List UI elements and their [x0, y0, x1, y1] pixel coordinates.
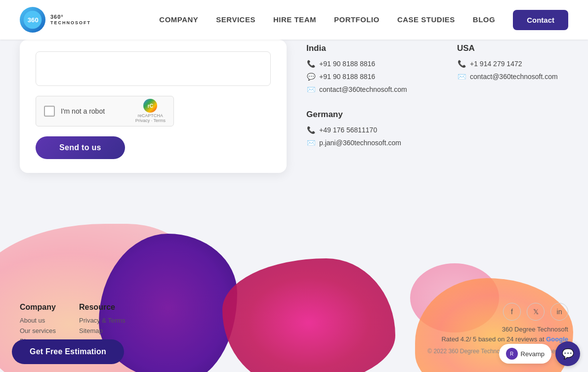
logo-text: 360° [50, 14, 91, 20]
india-email: ✉️ contact@360technosoft.com [306, 85, 427, 94]
whatsapp-icon: 💬 [306, 72, 315, 81]
free-estimation-button[interactable]: Get Free Estimation [12, 339, 124, 364]
rating-company: 360 Degree Technosoft [502, 326, 568, 333]
nav-services[interactable]: SERVICES [216, 15, 255, 24]
footer-company-heading: Company [20, 303, 79, 312]
revamp-label: Revamp [521, 350, 545, 358]
footer-resource-heading: Resource [79, 303, 138, 312]
chat-bubble[interactable]: 💬 [555, 341, 580, 366]
india-phone1-text: +91 90 8188 8816 [319, 60, 375, 68]
india-whatsapp: 💬 +91 90 8188 8816 [306, 72, 427, 81]
captcha-checkbox[interactable] [44, 106, 55, 117]
revamp-icon: R [506, 348, 518, 360]
nav-hire-team[interactable]: HIRE TEAM [273, 15, 316, 24]
content-area: I'm not a robot rC reCAPTCHAPrivacy · Te… [0, 40, 588, 372]
nav-links: COMPANY SERVICES HIRE TEAM PORTFOLIO CAS… [159, 15, 495, 24]
germany-phone-text: +49 176 56811170 [319, 126, 377, 134]
footer-services[interactable]: Our services [20, 327, 79, 334]
usa-phone-icon: 📞 [457, 59, 466, 68]
contact-row-1: India 📞 +91 90 8188 8816 💬 +91 90 8188 8… [306, 43, 578, 98]
revamp-widget[interactable]: R Revamp [499, 344, 551, 364]
contact-germany: Germany 📞 +49 176 56811170 ✉️ p.jani@360… [306, 110, 578, 151]
send-button[interactable]: Send to us [36, 136, 125, 159]
footer-resource-col: Resource Privacy & Terms Sitemap [79, 303, 138, 337]
captcha-logo: rC reCAPTCHAPrivacy · Terms [135, 99, 166, 124]
linkedin-icon[interactable]: in [550, 303, 568, 321]
form-card: I'm not a robot rC reCAPTCHAPrivacy · Te… [20, 40, 287, 173]
nav-blog[interactable]: BLOG [473, 15, 495, 24]
india-email-text: contact@360technosoft.com [319, 85, 407, 93]
captcha-label: I'm not a robot [61, 107, 129, 115]
email-icon: ✉️ [306, 85, 315, 94]
usa-phone: 📞 +1 914 279 1472 [457, 59, 578, 68]
navbar: 360 360° TECHNOSOFT COMPANY SERVICES HIR… [0, 0, 588, 40]
phone-icon: 📞 [306, 59, 315, 68]
contact-info: India 📞 +91 90 8188 8816 💬 +91 90 8188 8… [306, 40, 578, 167]
twitter-icon[interactable]: 𝕏 [527, 303, 545, 321]
nav-case-studies[interactable]: CASE STUDIES [397, 15, 455, 24]
logo-subtext: TECHNOSOFT [50, 20, 91, 26]
bottom-right-widgets: R Revamp 💬 [499, 341, 580, 366]
germany-email-text: p.jani@360technosoft.com [319, 139, 401, 147]
india-phone2-text: +91 90 8188 8816 [319, 73, 375, 81]
chat-icon: 💬 [562, 348, 574, 360]
message-textarea[interactable] [36, 51, 271, 86]
recaptcha-text: reCAPTCHAPrivacy · Terms [135, 114, 166, 124]
germany-phone-icon: 📞 [306, 125, 315, 134]
svg-text:360: 360 [28, 16, 39, 24]
facebook-icon[interactable]: f [503, 303, 521, 321]
india-label: India [306, 43, 427, 53]
germany-email: ✉️ p.jani@360technosoft.com [306, 138, 578, 147]
contact-row-2: Germany 📞 +49 176 56811170 ✉️ p.jani@360… [306, 110, 578, 151]
footer-sitemap[interactable]: Sitemap [79, 327, 138, 334]
usa-email-icon: ✉️ [457, 72, 466, 81]
recaptcha-icon: rC [143, 99, 157, 113]
contact-usa: USA 📞 +1 914 279 1472 ✉️ contact@360tech… [457, 43, 578, 98]
nav-portfolio[interactable]: PORTFOLIO [334, 15, 379, 24]
usa-label: USA [457, 43, 578, 53]
social-icons: f 𝕏 in [503, 303, 568, 321]
usa-email: ✉️ contact@360technosoft.com [457, 72, 578, 81]
germany-email-icon: ✉️ [306, 138, 315, 147]
logo: 360 360° TECHNOSOFT [20, 7, 91, 33]
india-phone1: 📞 +91 90 8188 8816 [306, 59, 427, 68]
contact-button[interactable]: Contact [513, 10, 568, 30]
captcha-box[interactable]: I'm not a robot rC reCAPTCHAPrivacy · Te… [36, 96, 174, 126]
nav-company[interactable]: COMPANY [159, 15, 198, 24]
footer-privacy[interactable]: Privacy & Terms [79, 317, 138, 324]
usa-phone-text: +1 914 279 1472 [470, 60, 522, 68]
textarea-wrapper [36, 51, 271, 88]
contact-india: India 📞 +91 90 8188 8816 💬 +91 90 8188 8… [306, 43, 427, 98]
usa-email-text: contact@360technosoft.com [470, 73, 558, 81]
footer-about[interactable]: About us [20, 317, 79, 324]
germany-phone: 📞 +49 176 56811170 [306, 125, 578, 134]
germany-label: Germany [306, 110, 578, 120]
logo-icon: 360 [20, 7, 45, 33]
